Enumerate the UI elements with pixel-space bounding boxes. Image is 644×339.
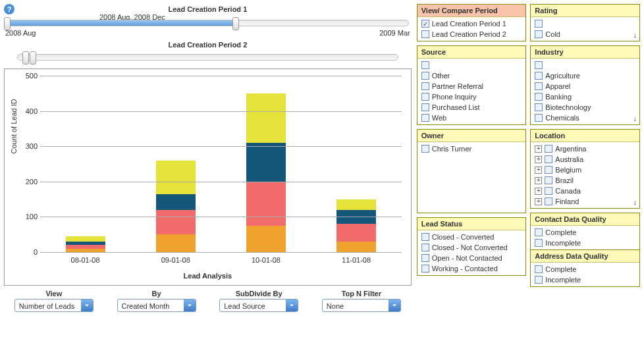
filter-option[interactable]: Partner Referral bbox=[417, 81, 526, 91]
ytick: 400 bbox=[20, 107, 38, 115]
panel-header: Contact Data Quality bbox=[531, 213, 639, 226]
checkbox[interactable] bbox=[535, 276, 543, 284]
bar-segment-blue bbox=[156, 194, 196, 210]
combo-view[interactable]: Number of Leads bbox=[14, 299, 94, 312]
checkbox[interactable] bbox=[535, 72, 543, 80]
expand-icon[interactable]: + bbox=[535, 198, 542, 205]
period-2-handle-start[interactable] bbox=[22, 51, 29, 65]
expand-icon[interactable]: + bbox=[535, 156, 542, 163]
checkbox[interactable] bbox=[421, 103, 429, 111]
filter-option-label: Complete bbox=[545, 228, 576, 236]
filter-option[interactable]: +Belgium bbox=[531, 165, 639, 175]
filter-option[interactable]: Open - Not Contacted bbox=[417, 253, 526, 263]
filter-option[interactable]: +Canada bbox=[531, 186, 639, 196]
checkbox[interactable] bbox=[535, 20, 543, 28]
checkbox[interactable]: ✓ bbox=[421, 20, 429, 28]
panel-header: Lead Status bbox=[417, 218, 526, 230]
filter-option[interactable]: Working - Contacted bbox=[417, 263, 526, 274]
help-icon[interactable]: ? bbox=[4, 4, 14, 14]
period-1-fill bbox=[7, 20, 236, 26]
checkbox[interactable] bbox=[535, 114, 543, 122]
checkbox[interactable] bbox=[535, 228, 543, 236]
filter-option[interactable]: +Argentina bbox=[531, 143, 639, 154]
checkbox[interactable] bbox=[421, 254, 429, 262]
checkbox[interactable] bbox=[421, 244, 429, 251]
checkbox[interactable] bbox=[535, 30, 543, 38]
checkbox[interactable] bbox=[421, 82, 429, 90]
filter-option-label: Chris Turner bbox=[432, 145, 472, 153]
filter-option[interactable]: Phone Inquiry bbox=[417, 91, 526, 102]
checkbox[interactable] bbox=[421, 72, 429, 80]
bar[interactable]: 11-01-08 bbox=[336, 76, 376, 252]
checkbox[interactable] bbox=[545, 145, 552, 153]
period-1-track[interactable] bbox=[7, 20, 409, 26]
filter-option[interactable]: Chris Turner bbox=[417, 143, 526, 154]
checkbox[interactable] bbox=[421, 265, 429, 273]
combo-topn[interactable]: None bbox=[322, 299, 401, 312]
filter-option[interactable]: Cold bbox=[531, 29, 639, 39]
filter-option[interactable]: Incomplete bbox=[531, 274, 639, 285]
filter-option[interactable]: Incomplete bbox=[531, 238, 639, 248]
filter-option[interactable]: ✓Lead Creation Period 1 bbox=[417, 18, 526, 29]
filter-option[interactable]: Lead Creation Period 2 bbox=[417, 29, 526, 39]
filter-option-label: Cold bbox=[545, 30, 560, 38]
filter-option-label: Belgium bbox=[555, 166, 581, 174]
checkbox[interactable] bbox=[545, 155, 552, 163]
period-1-handle-end[interactable] bbox=[232, 17, 239, 30]
filter-option[interactable]: Banking bbox=[531, 91, 639, 102]
checkbox[interactable] bbox=[545, 166, 552, 174]
chart-frame: Count of Lead ID 08-01-0809-01-0810-01-0… bbox=[4, 68, 412, 286]
filter-option[interactable]: Apparel bbox=[531, 81, 639, 91]
filter-option[interactable] bbox=[531, 60, 639, 70]
filter-option[interactable]: Closed - Converted bbox=[417, 232, 526, 242]
panel-header: Source bbox=[417, 46, 526, 59]
bar[interactable]: 09-01-08 bbox=[156, 76, 196, 252]
filter-panel: Address Data QualityCompleteIncomplete bbox=[530, 250, 640, 287]
plot-region: 08-01-0809-01-0810-01-0811-01-08 0100200… bbox=[40, 76, 402, 252]
checkbox[interactable] bbox=[421, 145, 429, 153]
checkbox[interactable] bbox=[535, 61, 543, 69]
expand-icon[interactable]: + bbox=[535, 167, 542, 174]
period-2-slider-block: Lead Creation Period 2 bbox=[4, 39, 412, 61]
checkbox[interactable] bbox=[545, 197, 552, 205]
checkbox[interactable] bbox=[421, 30, 429, 38]
filter-option[interactable]: +Australia bbox=[531, 154, 639, 165]
filter-option[interactable]: Agriculture bbox=[531, 70, 639, 81]
checkbox[interactable] bbox=[421, 233, 429, 241]
checkbox[interactable] bbox=[535, 265, 543, 273]
checkbox[interactable] bbox=[421, 61, 429, 69]
bar[interactable]: 10-01-08 bbox=[246, 76, 286, 252]
period-1-handle-start[interactable] bbox=[4, 17, 11, 30]
filter-option[interactable] bbox=[417, 60, 526, 70]
filter-option[interactable]: Other bbox=[417, 70, 526, 81]
checkbox[interactable] bbox=[421, 114, 429, 122]
chevron-down-icon bbox=[184, 300, 196, 311]
filter-panel: Location+Argentina+Australia+Belgium+Bra… bbox=[530, 129, 640, 209]
combo-by[interactable]: Created Month bbox=[117, 299, 196, 312]
checkbox[interactable] bbox=[535, 103, 543, 111]
period-2-track[interactable] bbox=[17, 54, 398, 61]
checkbox[interactable] bbox=[535, 82, 543, 90]
bar[interactable]: 08-01-08 bbox=[66, 76, 105, 252]
expand-icon[interactable]: + bbox=[535, 145, 542, 153]
expand-icon[interactable]: + bbox=[535, 177, 542, 184]
filter-option[interactable]: Chemicals bbox=[531, 113, 639, 123]
filter-option[interactable]: Purchased List bbox=[417, 102, 526, 113]
checkbox[interactable] bbox=[421, 93, 429, 101]
period-2-handle-end[interactable] bbox=[30, 51, 36, 65]
checkbox[interactable] bbox=[545, 176, 552, 184]
filter-option[interactable]: Complete bbox=[531, 227, 639, 238]
filter-option[interactable]: Closed - Not Converted bbox=[417, 242, 526, 253]
filter-option[interactable]: +Brazil bbox=[531, 175, 639, 186]
filter-option[interactable]: Biotechnology bbox=[531, 102, 639, 113]
combo-subdivide[interactable]: Lead Source bbox=[219, 299, 298, 312]
filter-option[interactable]: +Finland bbox=[531, 196, 639, 207]
filter-option[interactable]: Complete bbox=[531, 264, 639, 274]
checkbox[interactable] bbox=[535, 239, 543, 247]
bar-segment-yellow bbox=[246, 93, 286, 143]
expand-icon[interactable]: + bbox=[535, 188, 542, 195]
filter-option[interactable] bbox=[531, 18, 639, 29]
checkbox[interactable] bbox=[545, 187, 552, 195]
checkbox[interactable] bbox=[535, 93, 543, 101]
filter-option[interactable]: Web bbox=[417, 113, 526, 123]
